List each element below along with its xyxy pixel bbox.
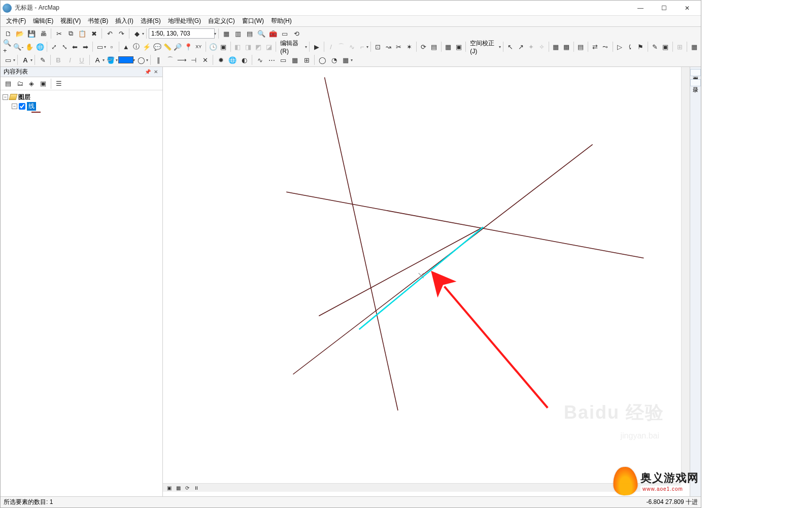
flicker-icon[interactable]: ◨ <box>243 41 253 52</box>
menu-selection[interactable]: 选择(S) <box>137 16 164 26</box>
python-window-icon[interactable]: ▭ <box>279 28 290 39</box>
prev-extent-icon[interactable]: ⬅ <box>70 41 80 52</box>
open-icon[interactable]: 📂 <box>14 28 25 39</box>
topology-flag-icon[interactable]: ⚑ <box>635 41 645 52</box>
line-intersection-icon[interactable]: ✕ <box>199 54 211 65</box>
adj-preview-icon[interactable]: ⇄ <box>590 41 600 52</box>
toc-window-icon[interactable]: ▥ <box>232 28 244 39</box>
goto-xy-icon[interactable]: XY <box>194 41 204 52</box>
align-to-shape-icon[interactable]: ▦ <box>289 54 300 65</box>
layer-visibility-checkbox[interactable] <box>19 103 25 110</box>
cut-icon[interactable]: ✂ <box>53 28 64 39</box>
menu-geoprocessing[interactable]: 地理处理(G) <box>164 16 205 26</box>
draw-text-dropdown-icon[interactable]: ▾ <box>30 58 32 62</box>
menu-bookmarks[interactable]: 书签(B) <box>84 16 112 26</box>
copy-icon[interactable]: ⧉ <box>65 28 76 39</box>
fill-color-icon[interactable]: 🪣 <box>105 54 116 65</box>
list-by-visibility-icon[interactable]: ◈ <box>26 78 37 89</box>
sketch-props-icon[interactable]: ▦ <box>443 41 453 52</box>
line-color-swatch[interactable] <box>118 56 133 63</box>
print-icon[interactable]: 🖶 <box>38 28 49 39</box>
straight-segment-icon[interactable]: / <box>326 41 335 52</box>
add-data-dropdown-icon[interactable]: ▾ <box>142 31 144 36</box>
toc-options-icon[interactable]: ☰ <box>53 78 64 89</box>
segment-dropdown-icon[interactable]: ▾ <box>366 45 368 49</box>
editor-menu[interactable]: 编辑器(R) <box>278 39 306 55</box>
measure-icon[interactable]: 📏 <box>162 41 172 52</box>
menu-help[interactable]: 帮助(H) <box>267 16 295 26</box>
font-bold-icon[interactable]: B <box>53 54 64 65</box>
refresh-view-icon[interactable]: ⟳ <box>183 484 191 491</box>
map-canvas[interactable] <box>163 67 690 496</box>
extend-icon[interactable]: ⟶ <box>176 54 187 65</box>
menu-view[interactable]: 视图(V) <box>57 16 84 26</box>
split-polygons-icon[interactable]: ◔ <box>328 54 340 65</box>
marker-color-icon[interactable]: ◯ <box>136 54 147 65</box>
topology-select-icon[interactable]: ▷ <box>615 41 625 52</box>
redo-icon[interactable]: ↷ <box>116 28 127 39</box>
time-slider-icon[interactable]: 🕓 <box>208 41 218 52</box>
modify-edge-icon[interactable]: ✎ <box>650 41 660 52</box>
transparency-icon[interactable]: ◩ <box>254 41 263 52</box>
adv-edit-dropdown-icon[interactable]: ▾ <box>351 58 353 62</box>
list-by-source-icon[interactable]: 🗂 <box>14 78 25 89</box>
trim-icon[interactable]: ⊣ <box>188 54 199 65</box>
align-edge-icon[interactable]: ⊞ <box>674 41 684 52</box>
rectangle2-icon[interactable]: ▭ <box>278 54 289 65</box>
layout-view-icon[interactable]: ▦ <box>174 484 182 491</box>
trace-icon[interactable]: ∿ <box>347 41 356 52</box>
smooth-icon[interactable]: ∿ <box>254 54 265 65</box>
maximize-button[interactable]: ☐ <box>652 1 675 16</box>
menu-edit[interactable]: 编辑(E) <box>29 16 57 26</box>
explode-icon[interactable]: ✹ <box>215 54 226 65</box>
select-elements-icon[interactable]: ▲ <box>121 41 131 52</box>
next-extent-icon[interactable]: ➡ <box>81 41 90 52</box>
hyperlink-icon[interactable]: ⚡ <box>142 41 151 52</box>
endpt-arc-icon[interactable]: ⌒ <box>336 41 346 52</box>
map-vertical-scrollbar[interactable] <box>681 67 690 483</box>
side-tab-create-features[interactable]: 创建要素 <box>690 69 701 76</box>
menu-customize[interactable]: 自定义(C) <box>205 16 239 26</box>
construct-polygons-icon[interactable]: ◯ <box>317 54 328 65</box>
pause-drawing-icon[interactable]: ⏸ <box>192 484 200 491</box>
topology-edit-icon[interactable]: ⤹ <box>625 41 635 52</box>
menu-window[interactable]: 窗口(W) <box>239 16 267 26</box>
editor-toolbar-icon[interactable]: ▦ <box>221 28 232 39</box>
attribute-transfer-icon[interactable]: ⤳ <box>600 41 610 52</box>
zoom-out-icon[interactable]: 🔍- <box>13 41 24 52</box>
zoom-in-icon[interactable]: 🔍+ <box>3 41 12 52</box>
html-popup-icon[interactable]: 💬 <box>152 41 162 52</box>
expander-minus-icon[interactable]: − <box>12 104 17 109</box>
list-by-selection-icon[interactable]: ▣ <box>38 78 49 89</box>
fill-color-dropdown-icon[interactable]: ▾ <box>116 58 118 62</box>
font-color-dropdown-icon[interactable]: ▾ <box>103 58 105 62</box>
densify-icon[interactable]: ⋯ <box>266 54 277 65</box>
identify-icon[interactable]: ⓘ <box>131 41 141 52</box>
model-builder-icon[interactable]: ⟲ <box>291 28 302 39</box>
toc-root-row[interactable]: − 图层 <box>3 92 160 101</box>
catalog-window-icon[interactable]: ▤ <box>244 28 255 39</box>
fillet-icon[interactable]: ⌒ <box>164 54 176 65</box>
swipe-icon[interactable]: ◧ <box>233 41 243 52</box>
toc-pin-icon[interactable]: 📌 <box>144 69 151 76</box>
effects-icon[interactable]: ◪ <box>264 41 274 52</box>
close-button[interactable]: ✕ <box>675 1 699 16</box>
map-horizontal-scrollbar[interactable]: ▣ ▦ ⟳ ⏸ <box>163 483 681 492</box>
marker-color-dropdown-icon[interactable]: ▾ <box>146 58 148 62</box>
undo-icon[interactable]: ↶ <box>104 28 115 39</box>
view-link-table-icon[interactable]: ▤ <box>576 41 585 52</box>
toc-layer-row[interactable]: − 线 <box>3 101 160 111</box>
menu-file[interactable]: 文件(F) <box>3 16 29 26</box>
arc-toolbox-icon[interactable]: 🧰 <box>267 28 279 39</box>
paste-icon[interactable]: 📋 <box>77 28 88 39</box>
fixed-zoom-out-icon[interactable]: ⤡ <box>60 41 70 52</box>
edge-match-icon[interactable]: ▦ <box>551 41 561 52</box>
delete-icon[interactable]: ✖ <box>88 28 99 39</box>
find-route-icon[interactable]: 📍 <box>183 41 193 52</box>
data-view-icon[interactable]: ▣ <box>165 484 173 491</box>
font-italic-icon[interactable]: I <box>64 54 76 65</box>
search-window-icon[interactable]: 🔍 <box>256 28 267 39</box>
displacement-link-icon[interactable]: ↗ <box>516 41 526 52</box>
generalize2-icon[interactable]: ◐ <box>239 54 250 65</box>
pan-icon[interactable]: ✋ <box>24 41 34 52</box>
